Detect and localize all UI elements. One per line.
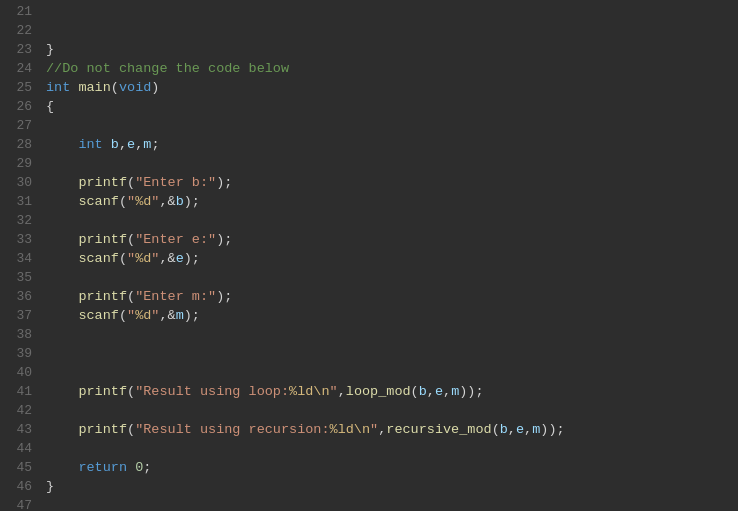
code-line-26: {	[46, 97, 738, 116]
code-line-43: printf("Result using recursion:%ld\n",re…	[46, 420, 738, 439]
code-line-25: int main(void)	[46, 78, 738, 97]
code-line-24: //Do not change the code below	[46, 59, 738, 78]
code-line-36: printf("Enter m:");	[46, 287, 738, 306]
code-line-29	[46, 154, 738, 173]
code-line-35	[46, 268, 738, 287]
code-line-27	[46, 116, 738, 135]
code-line-38	[46, 325, 738, 344]
code-line-33: printf("Enter e:");	[46, 230, 738, 249]
code-line-45: return 0;	[46, 458, 738, 477]
code-line-44	[46, 439, 738, 458]
code-editor: 21 22 23 24 25 26 27 28 29 30 31 32 33 3…	[0, 0, 738, 511]
code-line-30: printf("Enter b:");	[46, 173, 738, 192]
code-line-31: scanf("%d",&b);	[46, 192, 738, 211]
code-line-46: }	[46, 477, 738, 496]
code-line-37: scanf("%d",&m);	[46, 306, 738, 325]
code-line-42	[46, 401, 738, 420]
code-line-23: }	[46, 40, 738, 59]
code-line-22	[46, 21, 738, 40]
code-line-21	[46, 2, 738, 21]
code-line-41: printf("Result using loop:%ld\n",loop_mo…	[46, 382, 738, 401]
code-line-47	[46, 496, 738, 511]
line-numbers: 21 22 23 24 25 26 27 28 29 30 31 32 33 3…	[0, 2, 38, 511]
code-line-34: scanf("%d",&e);	[46, 249, 738, 268]
code-line-39	[46, 344, 738, 363]
code-line-32	[46, 211, 738, 230]
code-line-28: int b,e,m;	[46, 135, 738, 154]
code-line-40	[46, 363, 738, 382]
code-content: } //Do not change the code below int mai…	[38, 2, 738, 511]
